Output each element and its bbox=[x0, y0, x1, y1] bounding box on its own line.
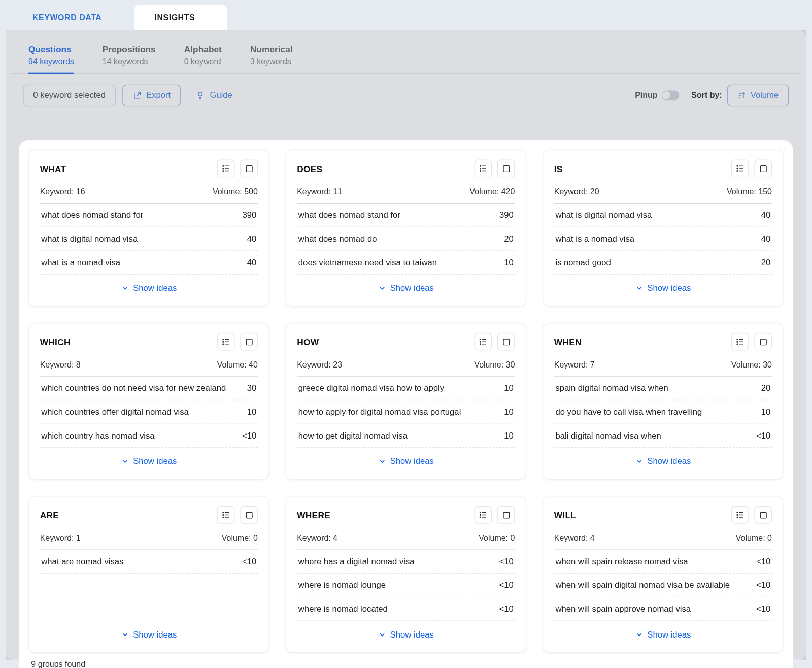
card-keyword-count: Keyword: 4 bbox=[554, 533, 595, 543]
keyword-row[interactable]: what does nomad do20 bbox=[297, 227, 515, 251]
list-view-button[interactable] bbox=[731, 160, 749, 178]
guide-button[interactable]: Guide bbox=[186, 85, 242, 106]
card-volume: Volume: 0 bbox=[479, 533, 515, 543]
keyword-row[interactable]: how to apply for digital nomad visa port… bbox=[297, 400, 515, 424]
show-ideas-link[interactable]: Show ideas bbox=[635, 630, 691, 640]
top-tabs: KEYWORD DATA INSIGHTS bbox=[0, 0, 812, 30]
keyword-row[interactable]: what does nomad stand for390 bbox=[297, 204, 515, 227]
list-icon bbox=[735, 510, 745, 520]
sub-tab-label: Alphabet bbox=[184, 44, 222, 54]
list-view-button[interactable] bbox=[217, 506, 235, 524]
card-are: AREKeyword: 1Volume: 0what are nomad vis… bbox=[28, 496, 269, 653]
select-all-checkbox[interactable] bbox=[497, 333, 515, 351]
card-volume: Volume: 150 bbox=[727, 187, 772, 196]
list-view-button[interactable] bbox=[731, 333, 749, 351]
svg-point-25 bbox=[223, 512, 224, 513]
svg-rect-4 bbox=[246, 165, 252, 172]
select-all-checkbox[interactable] bbox=[754, 333, 772, 351]
card-keyword-count: Keyword: 4 bbox=[297, 533, 337, 543]
keyword-row[interactable]: bali digital nomad visa when<10 bbox=[554, 424, 772, 448]
show-ideas-link[interactable]: Show ideas bbox=[121, 284, 177, 293]
keyword-volume: <10 bbox=[242, 431, 256, 441]
keyword-text: what is digital nomad visa bbox=[555, 211, 761, 220]
card-title: ARE bbox=[40, 510, 59, 520]
keyword-row[interactable]: is nomad good20 bbox=[554, 251, 772, 275]
svg-point-18 bbox=[480, 341, 481, 342]
sub-tab-alphabet[interactable]: Alphabet0 keyword bbox=[184, 44, 222, 66]
keyword-row[interactable]: what does nomad stand for390 bbox=[40, 204, 258, 227]
svg-point-22 bbox=[737, 341, 738, 342]
select-all-checkbox[interactable] bbox=[497, 160, 515, 178]
keyword-text: what does nomad stand for bbox=[298, 211, 499, 220]
svg-point-9 bbox=[737, 165, 738, 166]
keyword-row[interactable]: how to get digital nomad visa10 bbox=[297, 424, 515, 448]
show-ideas-link[interactable]: Show ideas bbox=[121, 457, 177, 466]
keyword-text: what does nomad do bbox=[298, 234, 504, 244]
select-all-checkbox[interactable] bbox=[240, 160, 258, 178]
tab-insights[interactable]: INSIGHTS bbox=[134, 5, 227, 30]
keyword-row[interactable]: where is nomad lounge<10 bbox=[297, 574, 515, 597]
list-view-button[interactable] bbox=[474, 506, 492, 524]
keyword-row[interactable]: do you have to call visa when travelling… bbox=[554, 400, 772, 424]
keyword-text: when will spain approve nomad visa bbox=[555, 604, 756, 614]
list-view-button[interactable] bbox=[217, 160, 235, 178]
card-volume: Volume: 500 bbox=[213, 187, 258, 196]
export-button[interactable]: Export bbox=[122, 85, 181, 107]
keyword-row[interactable]: which countries do not need visa for new… bbox=[40, 377, 258, 400]
list-view-button[interactable] bbox=[731, 506, 749, 524]
pinup-switch[interactable] bbox=[662, 91, 680, 101]
keyword-row[interactable]: spain digital nomad visa when20 bbox=[554, 377, 772, 400]
list-view-button[interactable] bbox=[474, 333, 492, 351]
keyword-row[interactable]: what is digital nomad visa40 bbox=[554, 204, 772, 227]
keyword-text: do you have to call visa when travelling bbox=[555, 407, 761, 417]
chevron-down-icon bbox=[121, 457, 129, 465]
keyword-row[interactable]: where has a digital nomad visa<10 bbox=[297, 550, 515, 574]
keyword-volume: <10 bbox=[499, 581, 513, 590]
keyword-row[interactable]: when will spain approve nomad visa<10 bbox=[554, 597, 772, 621]
card-volume: Volume: 0 bbox=[736, 533, 772, 543]
card-where: WHEREKeyword: 4Volume: 0where has a digi… bbox=[286, 496, 527, 653]
card-title: WHEN bbox=[554, 337, 582, 347]
keyword-volume: 40 bbox=[247, 258, 257, 268]
show-ideas-link[interactable]: Show ideas bbox=[378, 284, 434, 293]
show-ideas-label: Show ideas bbox=[390, 630, 434, 640]
list-view-button[interactable] bbox=[217, 333, 235, 351]
select-all-checkbox[interactable] bbox=[240, 333, 258, 351]
keyword-text: what is a nomad visa bbox=[41, 258, 247, 268]
show-ideas-link[interactable]: Show ideas bbox=[635, 457, 691, 466]
keyword-row[interactable]: where is nomad located<10 bbox=[297, 597, 515, 621]
sub-tab-prepositions[interactable]: Prepositions14 keywords bbox=[103, 44, 156, 66]
keyword-row[interactable]: when will spain digital nomad visa be av… bbox=[554, 574, 772, 597]
keyword-row[interactable]: what is a nomad visa40 bbox=[554, 227, 772, 251]
pinup-label: Pinup bbox=[635, 91, 657, 101]
sort-by-button[interactable]: Volume bbox=[727, 85, 789, 107]
sub-tab-numerical[interactable]: Numerical3 keywords bbox=[250, 44, 293, 66]
svg-point-7 bbox=[480, 171, 481, 172]
selected-count-button[interactable]: 0 keyword selected bbox=[23, 85, 116, 107]
keyword-row[interactable]: which countries offer digital nomad visa… bbox=[40, 400, 258, 424]
groups-found: 9 groups found bbox=[28, 653, 784, 668]
sub-tab-label: Numerical bbox=[250, 44, 293, 54]
svg-rect-20 bbox=[503, 339, 509, 345]
checkbox-icon bbox=[245, 511, 253, 519]
select-all-checkbox[interactable] bbox=[754, 160, 772, 178]
keyword-row[interactable]: does vietnamese need visa to taiwan10 bbox=[297, 251, 515, 275]
keyword-row[interactable]: what is a nomad visa40 bbox=[40, 251, 258, 275]
show-ideas-link[interactable]: Show ideas bbox=[378, 457, 434, 466]
keyword-row[interactable]: which country has nomad visa<10 bbox=[40, 424, 258, 448]
tab-keyword-data[interactable]: KEYWORD DATA bbox=[12, 5, 134, 30]
sub-tab-questions[interactable]: Questions94 keywords bbox=[28, 44, 74, 66]
select-all-checkbox[interactable] bbox=[240, 506, 258, 524]
sub-tab-count: 3 keywords bbox=[250, 57, 293, 66]
keyword-row[interactable]: what is digital nomad visa40 bbox=[40, 227, 258, 251]
select-all-checkbox[interactable] bbox=[754, 506, 772, 524]
keyword-row[interactable]: greece digital nomad visa how to apply10 bbox=[297, 377, 515, 400]
show-ideas-link[interactable]: Show ideas bbox=[635, 284, 691, 293]
select-all-checkbox[interactable] bbox=[497, 506, 515, 524]
list-view-button[interactable] bbox=[474, 160, 492, 178]
keyword-row[interactable]: when will spain release nomad visa<10 bbox=[554, 550, 772, 574]
show-ideas-link[interactable]: Show ideas bbox=[378, 630, 434, 640]
keyword-row[interactable]: what are nomad visas<10 bbox=[40, 550, 258, 574]
sort-value: Volume bbox=[751, 91, 779, 101]
show-ideas-link[interactable]: Show ideas bbox=[121, 630, 177, 640]
